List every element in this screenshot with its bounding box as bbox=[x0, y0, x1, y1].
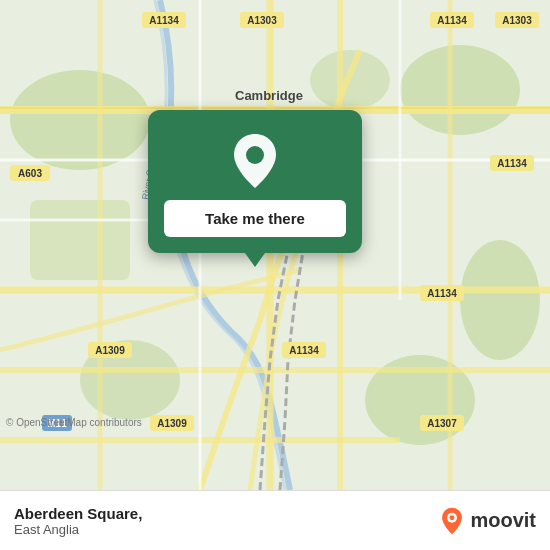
svg-text:A1309: A1309 bbox=[95, 345, 125, 356]
svg-point-49 bbox=[450, 515, 455, 520]
svg-text:A1309: A1309 bbox=[157, 418, 187, 429]
map-view[interactable]: River Cam A1134 A1303 A1 bbox=[0, 0, 550, 490]
moovit-logo: moovit bbox=[438, 507, 536, 535]
svg-text:A1303: A1303 bbox=[247, 15, 277, 26]
moovit-pin-icon bbox=[438, 507, 466, 535]
footer-bar: Aberdeen Square, East Anglia moovit bbox=[0, 490, 550, 550]
footer-location-info: Aberdeen Square, East Anglia bbox=[14, 505, 142, 537]
svg-point-2 bbox=[400, 45, 520, 135]
svg-text:A603: A603 bbox=[18, 168, 42, 179]
svg-point-3 bbox=[460, 240, 540, 360]
location-popup: Take me there bbox=[148, 110, 362, 253]
location-name: Aberdeen Square, bbox=[14, 505, 142, 522]
svg-text:A1134: A1134 bbox=[497, 158, 527, 169]
svg-point-1 bbox=[10, 70, 150, 170]
svg-text:A1134: A1134 bbox=[149, 15, 179, 26]
svg-point-47 bbox=[246, 146, 264, 164]
take-me-there-button[interactable]: Take me there bbox=[164, 200, 346, 237]
location-pin-icon bbox=[228, 134, 282, 188]
svg-text:A1134: A1134 bbox=[427, 288, 457, 299]
svg-text:A1307: A1307 bbox=[427, 418, 457, 429]
svg-text:A1134: A1134 bbox=[437, 15, 467, 26]
svg-text:Cambridge: Cambridge bbox=[235, 88, 303, 103]
svg-text:A1303: A1303 bbox=[502, 15, 532, 26]
svg-rect-5 bbox=[30, 200, 130, 280]
copyright-notice: © OpenStreetMap contributors bbox=[6, 417, 142, 428]
location-region: East Anglia bbox=[14, 522, 142, 537]
moovit-brand-name: moovit bbox=[470, 509, 536, 532]
svg-text:A1134: A1134 bbox=[289, 345, 319, 356]
